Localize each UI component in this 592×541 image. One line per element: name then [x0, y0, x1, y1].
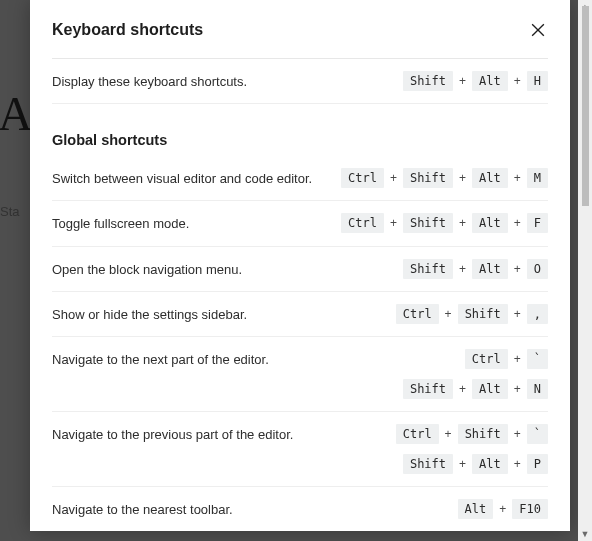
- plus-separator: +: [390, 216, 397, 230]
- close-icon: [528, 20, 548, 40]
- shortcut-row: Toggle fullscreen mode.Ctrl+Shift+Alt+F: [52, 201, 548, 246]
- shortcut-row: Show or hide the settings sidebar.Ctrl+S…: [52, 292, 548, 337]
- keyboard-key: Ctrl: [396, 304, 439, 324]
- plus-separator: +: [459, 382, 466, 396]
- plus-separator: +: [514, 352, 521, 366]
- keyboard-key: Ctrl: [465, 349, 508, 369]
- keyboard-key: Alt: [472, 454, 508, 474]
- keyboard-key: F: [527, 213, 548, 233]
- plus-separator: +: [514, 382, 521, 396]
- background-text-fragment: Sta: [0, 204, 20, 219]
- plus-separator: +: [459, 457, 466, 471]
- shortcut-combo: Shift+Alt+H: [403, 71, 548, 91]
- keyboard-key: Shift: [403, 213, 453, 233]
- plus-separator: +: [390, 171, 397, 185]
- shortcut-combo: Alt+F10: [458, 499, 548, 519]
- keyboard-key: ,: [527, 304, 548, 324]
- shortcut-description: Show or hide the settings sidebar.: [52, 304, 384, 324]
- keyboard-key: F10: [512, 499, 548, 519]
- keyboard-key: Shift: [403, 454, 453, 474]
- shortcut-description: Navigate to the nearest toolbar.: [52, 499, 446, 519]
- shortcut-row: Switch between visual editor and code ed…: [52, 156, 548, 201]
- modal-header: Keyboard shortcuts: [52, 0, 548, 58]
- shortcut-combo-stack: Ctrl+Shift+`Shift+Alt+P: [396, 424, 548, 474]
- keyboard-key: O: [527, 259, 548, 279]
- keyboard-key: Alt: [472, 213, 508, 233]
- plus-separator: +: [445, 427, 452, 441]
- shortcut-combo: Shift+Alt+P: [403, 454, 548, 474]
- shortcut-combo: Ctrl+Shift+,: [396, 304, 548, 324]
- shortcut-description: Navigate to the previous part of the edi…: [52, 424, 384, 444]
- section-heading: Global shortcuts: [52, 104, 548, 156]
- keyboard-key: `: [527, 349, 548, 369]
- shortcut-description: Display these keyboard shortcuts.: [52, 71, 391, 91]
- plus-separator: +: [514, 262, 521, 276]
- plus-separator: +: [459, 216, 466, 230]
- shortcut-combo-stack: Ctrl+Shift+,: [396, 304, 548, 324]
- background-dropcap: A: [0, 86, 33, 141]
- shortcut-combo-stack: Ctrl+Shift+Alt+M: [341, 168, 548, 188]
- plus-separator: +: [514, 171, 521, 185]
- keyboard-shortcuts-modal: Keyboard shortcuts Display these keyboar…: [30, 0, 570, 531]
- shortcut-combo: Ctrl+Shift+Alt+M: [341, 168, 548, 188]
- keyboard-key: Alt: [472, 379, 508, 399]
- shortcut-combo-stack: Ctrl+`Shift+Alt+N: [403, 349, 548, 399]
- plus-separator: +: [445, 307, 452, 321]
- keyboard-key: Ctrl: [341, 213, 384, 233]
- shortcut-row: Navigate to the nearest toolbar.Alt+F10: [52, 487, 548, 531]
- keyboard-key: N: [527, 379, 548, 399]
- keyboard-key: `: [527, 424, 548, 444]
- shortcut-combo: Ctrl+Shift+Alt+F: [341, 213, 548, 233]
- plus-separator: +: [459, 262, 466, 276]
- shortcut-combo-stack: Shift+Alt+H: [403, 71, 548, 91]
- shortcut-combo-stack: Shift+Alt+O: [403, 259, 548, 279]
- shortcut-combo: Ctrl+Shift+`: [396, 424, 548, 444]
- keyboard-key: Shift: [403, 259, 453, 279]
- keyboard-key: H: [527, 71, 548, 91]
- plus-separator: +: [514, 307, 521, 321]
- keyboard-key: Shift: [403, 71, 453, 91]
- close-button[interactable]: [528, 20, 548, 40]
- plus-separator: +: [459, 171, 466, 185]
- keyboard-key: Alt: [472, 71, 508, 91]
- shortcut-row: Navigate to the next part of the editor.…: [52, 337, 548, 412]
- plus-separator: +: [514, 457, 521, 471]
- keyboard-key: Ctrl: [341, 168, 384, 188]
- keyboard-key: Shift: [458, 304, 508, 324]
- keyboard-key: M: [527, 168, 548, 188]
- shortcut-description: Toggle fullscreen mode.: [52, 213, 329, 233]
- plus-separator: +: [459, 74, 466, 88]
- plus-separator: +: [499, 502, 506, 516]
- keyboard-key: Alt: [472, 168, 508, 188]
- keyboard-key: Alt: [458, 499, 494, 519]
- shortcut-description: Navigate to the next part of the editor.: [52, 349, 391, 369]
- shortcut-combo-stack: Alt+F10: [458, 499, 548, 519]
- keyboard-key: Alt: [472, 259, 508, 279]
- modal-title: Keyboard shortcuts: [52, 21, 203, 39]
- shortcut-row: Open the block navigation menu.Shift+Alt…: [52, 247, 548, 292]
- shortcut-description: Switch between visual editor and code ed…: [52, 168, 329, 188]
- keyboard-key: Ctrl: [396, 424, 439, 444]
- shortcut-row: Display these keyboard shortcuts. Shift+…: [52, 59, 548, 104]
- keyboard-key: Shift: [458, 424, 508, 444]
- keyboard-key: P: [527, 454, 548, 474]
- scrollbar-thumb[interactable]: [582, 6, 589, 206]
- plus-separator: +: [514, 216, 521, 230]
- shortcut-description: Open the block navigation menu.: [52, 259, 391, 279]
- plus-separator: +: [514, 427, 521, 441]
- shortcut-combo-stack: Ctrl+Shift+Alt+F: [341, 213, 548, 233]
- scroll-down-arrow-icon[interactable]: ▼: [578, 527, 592, 541]
- scrollbar-track[interactable]: ▲ ▼: [578, 0, 592, 541]
- keyboard-key: Shift: [403, 379, 453, 399]
- shortcuts-list: Switch between visual editor and code ed…: [52, 156, 548, 531]
- shortcut-row: Navigate to the previous part of the edi…: [52, 412, 548, 487]
- plus-separator: +: [514, 74, 521, 88]
- shortcut-combo: Shift+Alt+N: [403, 379, 548, 399]
- keyboard-key: Shift: [403, 168, 453, 188]
- shortcut-combo: Shift+Alt+O: [403, 259, 548, 279]
- shortcut-combo: Ctrl+`: [465, 349, 548, 369]
- modal-body: Keyboard shortcuts Display these keyboar…: [30, 0, 570, 531]
